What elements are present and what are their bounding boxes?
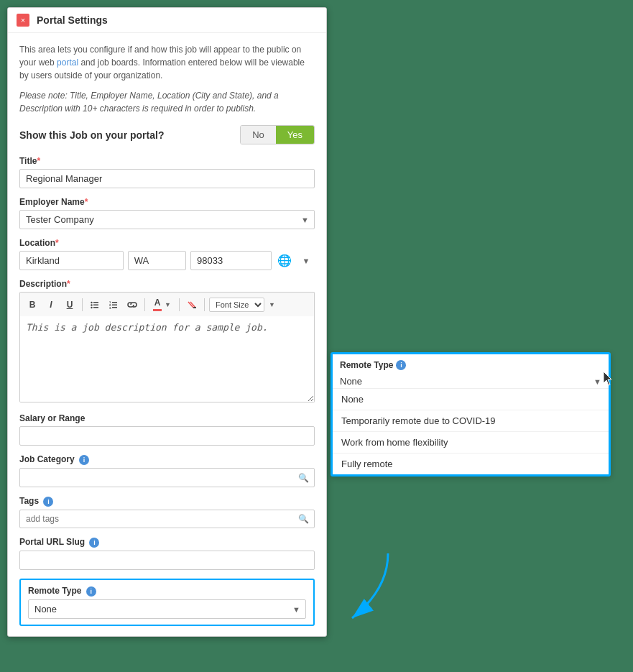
tags-input-wrapper: 🔍 [19,510,315,528]
portal-link[interactable]: portal [57,57,78,68]
svg-rect-11 [112,307,117,308]
svg-rect-7 [112,302,117,303]
job-category-section: Job Category i 🔍 [19,454,315,487]
employer-select[interactable]: Tester Company [19,210,315,229]
remote-type-select[interactable]: None [28,599,306,619]
font-size-arrow-icon: ▼ [269,301,275,308]
toolbar-separator-4 [204,298,205,311]
arrow-annotation [331,546,417,632]
job-category-info-icon[interactable]: i [79,455,89,465]
remote-option-fully-remote[interactable]: Fully remote [333,454,609,474]
location-section: Location* 🌐 ▼ [19,238,315,270]
remote-type-section: Remote Type i None ▼ [19,579,315,626]
info-text: This area lets you configure if and how … [19,43,315,82]
salary-input[interactable] [19,426,315,446]
description-label: Description* [19,279,315,289]
toolbar-separator-1 [82,298,83,311]
tags-section: Tags i 🔍 [19,496,315,528]
toggle-no-button[interactable]: No [241,126,276,144]
portal-settings-modal: × Portal Settings This area lets you con… [7,7,327,637]
remote-type-dropdown-popup: Remote Type i None ▼ None Temporarily re… [331,352,611,477]
toolbar-separator-2 [144,298,145,311]
location-dropdown-arrow-icon[interactable]: ▼ [297,252,315,270]
location-state-input[interactable] [128,251,186,270]
svg-text:3.: 3. [109,306,111,309]
modal-title: Portal Settings [37,14,108,26]
remote-option-temporarily-remote[interactable]: Temporarily remote due to COVID-19 [333,410,609,432]
remote-popup-current-value: None [340,376,593,387]
title-input[interactable] [19,169,315,188]
portal-slug-section: Portal URL Slug i [19,537,315,570]
tags-input[interactable] [19,510,315,528]
remote-type-label: Remote Type i [28,586,306,597]
svg-point-4 [91,306,92,308]
font-size-select[interactable]: Font Size [209,298,264,312]
underline-button[interactable]: U [62,297,78,313]
note-text: Please note: Title, Employer Name, Locat… [19,89,315,115]
remote-popup-close-arrow-icon[interactable]: ▼ [593,377,601,386]
show-job-toggle: No Yes [240,125,315,144]
employer-label: Employer Name* [19,197,315,207]
location-city-input[interactable] [19,251,124,270]
show-job-label: Show this Job on your portal? [19,129,240,141]
employer-section: Employer Name* Tester Company ▼ [19,197,315,229]
svg-rect-1 [93,302,98,303]
remote-option-none[interactable]: None [333,389,609,410]
globe-icon[interactable]: 🌐 [276,252,293,270]
toolbar-separator-3 [179,298,180,311]
svg-rect-3 [93,304,98,305]
svg-rect-12 [193,307,196,308]
description-toolbar: B I U 1.2.3. A [19,292,315,316]
remote-type-info-icon[interactable]: i [86,586,96,597]
location-row: 🌐 ▼ [19,251,315,270]
title-label: Title* [19,156,315,166]
description-section: Description* B I U 1.2.3. [19,279,315,405]
job-category-input[interactable] [19,468,315,487]
portal-slug-label: Portal URL Slug i [19,537,315,548]
modal-close-button[interactable]: × [17,14,29,27]
portal-slug-info-icon[interactable]: i [89,538,99,548]
svg-point-2 [91,304,92,305]
modal-header: × Portal Settings [8,8,326,33]
show-job-row: Show this Job on your portal? No Yes [19,125,315,144]
svg-rect-5 [93,307,98,308]
italic-button[interactable]: I [43,297,59,313]
location-label: Location* [19,238,315,248]
toggle-yes-button[interactable]: Yes [276,126,314,144]
svg-point-0 [91,301,92,303]
tags-label: Tags i [19,496,315,507]
title-section: Title* [19,156,315,188]
remote-popup-info-icon[interactable]: i [396,360,406,370]
remote-option-work-from-home[interactable]: Work from home flexibility [333,432,609,454]
remote-popup-header: Remote Type i [333,354,609,373]
employer-select-wrapper: Tester Company ▼ [19,210,315,229]
description-textarea[interactable]: This is a job description for a sample j… [19,316,315,402]
portal-slug-input[interactable] [19,551,315,570]
link-button[interactable] [124,297,140,313]
location-zip-input[interactable] [190,251,272,270]
bold-button[interactable]: B [24,297,40,313]
tags-info-icon[interactable]: i [43,497,53,507]
remote-popup-label: Remote Type i [340,360,601,370]
text-color-button[interactable]: A ▼ [149,295,175,313]
remote-type-select-wrapper: None ▼ [28,599,306,619]
salary-label: Salary or Range [19,413,315,423]
salary-section: Salary or Range [19,413,315,446]
modal-body: This area lets you configure if and how … [8,33,326,636]
ordered-list-button[interactable]: 1.2.3. [106,297,121,313]
svg-rect-9 [112,304,117,305]
bullet-list-button[interactable] [87,297,103,313]
remote-popup-current-row: None ▼ [333,373,609,389]
job-category-label: Job Category i [19,454,315,465]
job-category-search-wrapper: 🔍 [19,468,315,487]
remote-popup-options: None Temporarily remote due to COVID-19 … [333,389,609,474]
clear-format-button[interactable] [184,297,200,313]
